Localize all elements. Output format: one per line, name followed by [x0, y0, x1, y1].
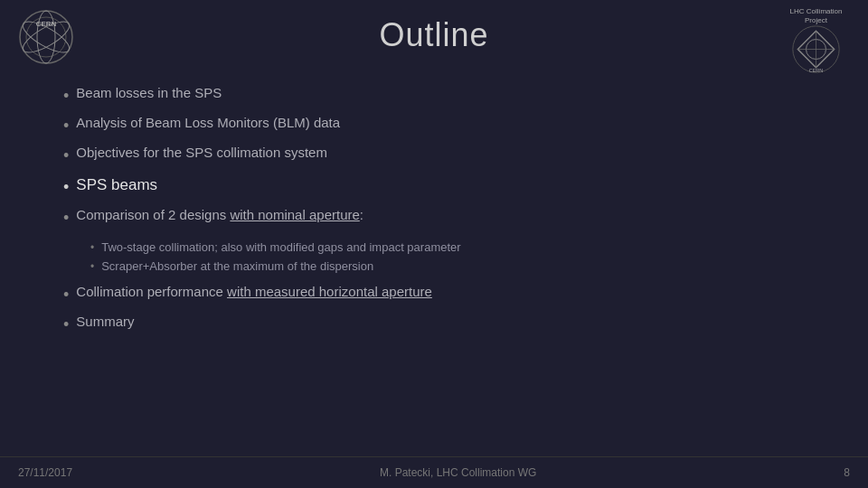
bullet-text-1: Beam losses in the SPS [76, 85, 222, 100]
bullet-text-7: Summary [76, 314, 134, 329]
bullet-item-3: • Objectives for the SPS collimation sys… [63, 141, 805, 171]
bullet-dot-2: • [63, 115, 69, 137]
bullet-text-5-underline: with nominal aperture [230, 207, 359, 222]
svg-text:CERN: CERN [809, 68, 824, 73]
bullet-text-4: SPS beams [76, 176, 157, 194]
bullet-list: • Beam losses in the SPS • Analysis of B… [63, 81, 805, 340]
bullet-dot-5: • [63, 207, 69, 230]
bullet-dot-6: • [63, 284, 69, 306]
bullet-text-6-underline: with measured horizontal aperture [227, 284, 432, 299]
bullet-item-6: • Collimation performance with measured … [63, 280, 805, 310]
sub-bullet-text-2: Scraper+Absorber at the maximum of the d… [101, 259, 373, 273]
sub-bullet-list: • Two-stage collimation; also with modif… [63, 239, 805, 277]
bullet-dot-7: • [63, 314, 69, 336]
bullet-text-3: Objectives for the SPS collimation syste… [76, 145, 327, 160]
svg-point-4 [37, 11, 55, 63]
bullet-dot-4: • [63, 176, 69, 199]
bullet-item-5: • Comparison of 2 designs with nominal a… [63, 203, 805, 233]
bullet-text-2: Analysis of Beam Loss Monitors (BLM) dat… [76, 115, 340, 130]
footer: 27/11/2017 M. Patecki, LHC Collimation W… [0, 456, 868, 488]
bullet-dot-1: • [63, 85, 69, 108]
sub-bullet-dot-2: • [90, 259, 94, 275]
bullet-text-5: Comparison of 2 designs with nominal ape… [76, 207, 363, 222]
bullet-text-6: Collimation performance with measured ho… [76, 284, 432, 299]
slide-title: Outline [379, 16, 488, 54]
slide: CERN Outline LHC CollimationProject CERN [0, 0, 868, 488]
sub-bullet-dot-1: • [90, 240, 94, 256]
footer-page: 8 [844, 466, 850, 479]
bullet-item-1: • Beam losses in the SPS [63, 81, 805, 111]
content: • Beam losses in the SPS • Analysis of B… [0, 63, 868, 456]
footer-date: 27/11/2017 [18, 466, 72, 479]
svg-point-0 [20, 11, 72, 63]
sub-bullet-1: • Two-stage collimation; also with modif… [90, 239, 805, 258]
bullet-item-4-active: • SPS beams [63, 172, 805, 203]
lhc-badge: LHC CollimationProject CERN [790, 7, 843, 74]
svg-text:CERN: CERN [36, 20, 57, 28]
lhc-logo: LHC CollimationProject CERN [782, 7, 850, 66]
bullet-dot-3: • [63, 145, 69, 167]
footer-presenter: M. Patecki, LHC Collimation WG [380, 466, 536, 479]
header: CERN Outline LHC CollimationProject CERN [0, 0, 868, 63]
bullet-item-2: • Analysis of Beam Loss Monitors (BLM) d… [63, 111, 805, 141]
lhc-badge-text: LHC CollimationProject [790, 7, 843, 24]
cern-logo: CERN [18, 9, 77, 68]
sub-bullet-2: • Scraper+Absorber at the maximum of the… [90, 258, 805, 277]
sub-bullet-text-1: Two-stage collimation; also with modifie… [101, 240, 460, 254]
sub-bullet-container: • Two-stage collimation; also with modif… [63, 233, 805, 280]
bullet-item-7: • Summary [63, 310, 805, 340]
